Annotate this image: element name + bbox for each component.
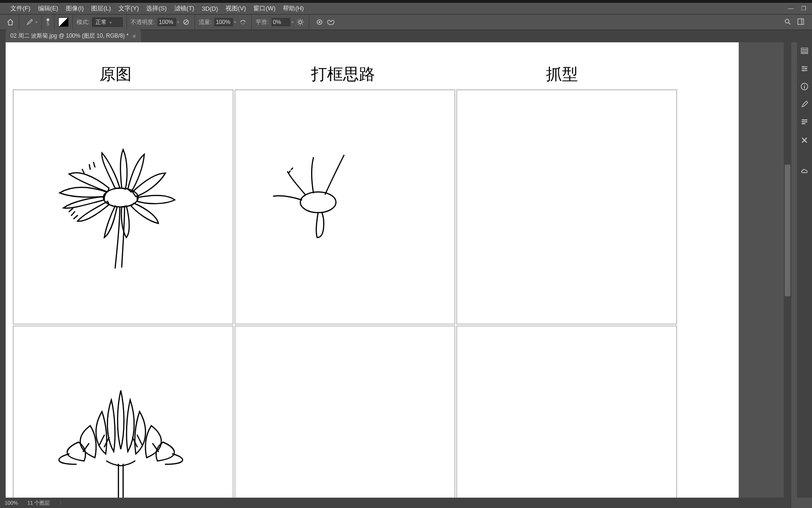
pressure-size-icon[interactable]: [315, 17, 324, 27]
drawing-daisy-full: [46, 141, 182, 273]
svg-rect-13: [801, 50, 808, 52]
chevron-down-icon[interactable]: ▾: [291, 20, 294, 24]
canvas-pasteboard: [739, 42, 784, 498]
menu-filter[interactable]: 滤镜(T): [171, 3, 198, 14]
svg-point-17: [803, 70, 804, 71]
tab-title: 02 周二 波斯菊.jpg @ 100% (图层 10, RGB/8) *: [10, 32, 129, 40]
grid-cell: [456, 89, 677, 325]
svg-point-6: [319, 21, 320, 23]
maximize-icon[interactable]: ❐: [798, 4, 809, 13]
left-toolbar-edge: [0, 42, 6, 498]
airbrush-icon[interactable]: [238, 17, 248, 27]
cloud-icon[interactable]: [800, 167, 809, 176]
status-arrow-icon[interactable]: 〉: [59, 500, 64, 507]
zoom-level[interactable]: 100%: [5, 500, 18, 506]
grid-cell: [456, 325, 677, 498]
column-header-2: 打框思路: [311, 64, 375, 85]
canvas[interactable]: 原图 打框思路 抓型: [6, 42, 739, 498]
svg-rect-14: [801, 53, 808, 54]
status-info: 11 个图层: [27, 500, 50, 507]
svg-point-4: [299, 21, 302, 24]
grid-cell: [234, 325, 455, 498]
gear-icon[interactable]: [296, 17, 305, 27]
menubar: 文件(F) 编辑(E) 图像(I) 图层(L) 文字(Y) 选择(S) 滤镜(T…: [0, 3, 812, 14]
statusbar: 100% 11 个图层 〉: [0, 498, 791, 508]
mode-label: 模式:: [77, 18, 89, 26]
search-icon[interactable]: [784, 18, 791, 27]
drawing-lotus: [50, 383, 191, 498]
brush-size-value: 5: [47, 21, 49, 26]
column-header-1: 原图: [100, 64, 132, 85]
svg-point-7: [785, 19, 789, 23]
menu-type[interactable]: 文字(Y): [115, 3, 142, 14]
chevron-down-icon[interactable]: ▾: [177, 20, 180, 24]
properties-panel-icon[interactable]: [800, 64, 809, 73]
document-tab[interactable]: 02 周二 波斯菊.jpg @ 100% (图层 10, RGB/8) * ×: [6, 30, 141, 42]
brush-panel-icon[interactable]: [58, 17, 69, 27]
flow-label: 流量:: [199, 18, 211, 26]
brush-settings-icon[interactable]: [800, 100, 809, 109]
svg-point-11: [300, 192, 336, 213]
right-panel-strip: [797, 42, 812, 498]
history-panel-icon[interactable]: [800, 46, 809, 56]
minimize-icon[interactable]: —: [785, 4, 796, 13]
brush-tool-icon[interactable]: [25, 17, 34, 27]
flow-input[interactable]: [214, 18, 233, 26]
tools-panel-icon[interactable]: [800, 135, 809, 145]
optionsbar: ▾ 5 模式: 正常 ▾ 不透明度: ▾ 流量: ▾ 平滑: ▾: [0, 14, 812, 30]
svg-point-16: [805, 68, 807, 70]
scrollbar-thumb[interactable]: [785, 165, 790, 296]
window-controls: — ❐: [785, 4, 812, 13]
canvas-viewport[interactable]: 原图 打框思路 抓型: [6, 42, 784, 498]
pressure-opacity-icon[interactable]: [181, 17, 191, 27]
svg-point-3: [244, 23, 245, 24]
symmetry-icon[interactable]: [326, 17, 336, 27]
svg-rect-12: [801, 48, 808, 49]
main-area: 原图 打框思路 抓型: [6, 42, 791, 498]
menu-help[interactable]: 帮助(H): [279, 3, 307, 14]
chevron-down-icon[interactable]: ▾: [234, 20, 236, 24]
menu-layer[interactable]: 图层(L): [87, 3, 115, 14]
svg-rect-8: [798, 19, 804, 24]
menu-3d[interactable]: 3D(D): [198, 4, 222, 14]
opacity-input[interactable]: [157, 18, 176, 26]
drawing-daisy-sketch: [266, 153, 360, 247]
mode-select[interactable]: 正常 ▾: [92, 17, 122, 27]
vertical-scrollbar[interactable]: [784, 42, 791, 498]
smoothing-label: 平滑:: [256, 18, 268, 26]
close-icon[interactable]: ×: [133, 32, 136, 40]
paragraph-panel-icon[interactable]: [800, 118, 809, 127]
menu-select[interactable]: 选择(S): [142, 3, 170, 14]
menu-edit[interactable]: 编辑(E): [34, 3, 62, 14]
menu-image[interactable]: 图像(I): [62, 3, 87, 14]
smoothing-input[interactable]: [272, 18, 290, 26]
svg-point-1: [242, 23, 242, 24]
menu-view[interactable]: 视图(V): [222, 3, 250, 14]
svg-point-15: [803, 66, 804, 68]
menu-file[interactable]: 文件(F): [7, 3, 34, 14]
menu-window[interactable]: 窗口(W): [250, 3, 279, 14]
workspace-icon[interactable]: [797, 18, 804, 27]
svg-point-2: [243, 24, 244, 24]
tabbar: 02 周二 波斯菊.jpg @ 100% (图层 10, RGB/8) * ×: [0, 30, 812, 42]
chevron-down-icon[interactable]: ▾: [35, 20, 38, 24]
column-header-3: 抓型: [546, 64, 578, 85]
info-icon[interactable]: [800, 82, 809, 91]
home-icon[interactable]: [6, 17, 15, 27]
opacity-label: 不透明度:: [131, 18, 155, 26]
